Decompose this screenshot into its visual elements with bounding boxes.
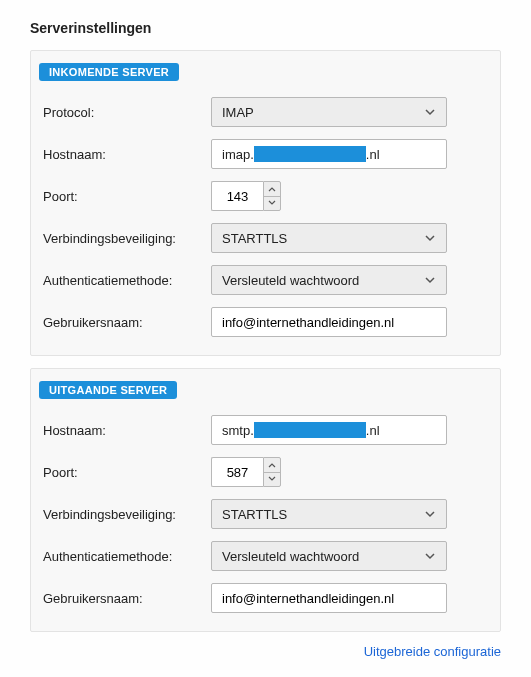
redacted-host — [254, 422, 366, 438]
hostname-prefix: smtp. — [222, 423, 254, 438]
outgoing-auth-row: Authenticatiemethode: Versleuteld wachtw… — [43, 535, 488, 577]
outgoing-hostname-input[interactable]: smtp. .nl — [211, 415, 447, 445]
incoming-security-label: Verbindingsbeveiliging: — [43, 231, 211, 246]
outgoing-badge: UITGAANDE SERVER — [39, 381, 177, 399]
incoming-auth-value: Versleuteld wachtwoord — [222, 273, 359, 288]
outgoing-user-input[interactable] — [211, 583, 447, 613]
hostname-suffix: .nl — [366, 147, 380, 162]
outgoing-panel: UITGAANDE SERVER Hostnaam: smtp. .nl Poo… — [30, 368, 501, 632]
outgoing-security-label: Verbindingsbeveiliging: — [43, 507, 211, 522]
incoming-panel: INKOMENDE SERVER Protocol: IMAP Hostnaam… — [30, 50, 501, 356]
incoming-auth-label: Authenticatiemethode: — [43, 273, 211, 288]
incoming-security-value: STARTTLS — [222, 231, 287, 246]
protocol-value: IMAP — [222, 105, 254, 120]
incoming-security-select[interactable]: STARTTLS — [211, 223, 447, 253]
chevron-down-icon — [424, 508, 436, 520]
hostname-suffix: .nl — [366, 423, 380, 438]
advanced-config-row: Uitgebreide configuratie — [30, 644, 501, 659]
redacted-host — [254, 146, 366, 162]
chevron-down-icon — [424, 232, 436, 244]
outgoing-hostname-label: Hostnaam: — [43, 423, 211, 438]
outgoing-port-row: Poort: — [43, 451, 488, 493]
outgoing-auth-value: Versleuteld wachtwoord — [222, 549, 359, 564]
incoming-badge: INKOMENDE SERVER — [39, 63, 179, 81]
incoming-port-row: Poort: — [43, 175, 488, 217]
incoming-hostname-row: Hostnaam: imap. .nl — [43, 133, 488, 175]
chevron-down-icon — [424, 550, 436, 562]
incoming-port-label: Poort: — [43, 189, 211, 204]
outgoing-port-label: Poort: — [43, 465, 211, 480]
outgoing-security-row: Verbindingsbeveiliging: STARTTLS — [43, 493, 488, 535]
chevron-down-icon — [424, 106, 436, 118]
outgoing-auth-label: Authenticatiemethode: — [43, 549, 211, 564]
outgoing-port-stepper[interactable] — [263, 457, 281, 487]
incoming-user-input[interactable] — [211, 307, 447, 337]
outgoing-user-row: Gebruikersnaam: — [43, 577, 488, 619]
chevron-down-icon — [424, 274, 436, 286]
outgoing-security-value: STARTTLS — [222, 507, 287, 522]
incoming-auth-row: Authenticatiemethode: Versleuteld wachtw… — [43, 259, 488, 301]
protocol-label: Protocol: — [43, 105, 211, 120]
advanced-config-link[interactable]: Uitgebreide configuratie — [364, 644, 501, 659]
stepper-up-icon[interactable] — [264, 182, 280, 197]
hostname-prefix: imap. — [222, 147, 254, 162]
incoming-user-label: Gebruikersnaam: — [43, 315, 211, 330]
protocol-select[interactable]: IMAP — [211, 97, 447, 127]
stepper-up-icon[interactable] — [264, 458, 280, 473]
incoming-hostname-label: Hostnaam: — [43, 147, 211, 162]
outgoing-user-label: Gebruikersnaam: — [43, 591, 211, 606]
outgoing-auth-select[interactable]: Versleuteld wachtwoord — [211, 541, 447, 571]
outgoing-hostname-row: Hostnaam: smtp. .nl — [43, 409, 488, 451]
incoming-user-row: Gebruikersnaam: — [43, 301, 488, 343]
incoming-security-row: Verbindingsbeveiliging: STARTTLS — [43, 217, 488, 259]
stepper-down-icon[interactable] — [264, 197, 280, 211]
stepper-down-icon[interactable] — [264, 473, 280, 487]
outgoing-port-input[interactable] — [211, 457, 263, 487]
protocol-row: Protocol: IMAP — [43, 91, 488, 133]
outgoing-security-select[interactable]: STARTTLS — [211, 499, 447, 529]
incoming-port-input[interactable] — [211, 181, 263, 211]
incoming-auth-select[interactable]: Versleuteld wachtwoord — [211, 265, 447, 295]
page-title: Serverinstellingen — [30, 20, 501, 36]
incoming-hostname-input[interactable]: imap. .nl — [211, 139, 447, 169]
incoming-port-stepper[interactable] — [263, 181, 281, 211]
